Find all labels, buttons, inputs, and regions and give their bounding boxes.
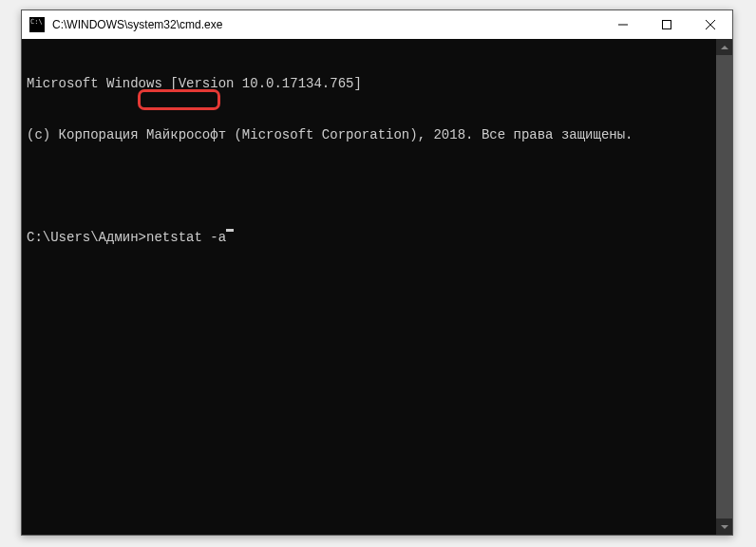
window-controls: [601, 10, 732, 39]
scrollbar-thumb[interactable]: [716, 55, 732, 520]
scroll-up-button[interactable]: [716, 39, 732, 55]
minimize-button[interactable]: [601, 10, 645, 39]
vertical-scrollbar[interactable]: [716, 39, 732, 535]
prompt-text: C:\Users\Админ>: [27, 229, 146, 246]
blank-line: [27, 178, 716, 195]
cursor: [226, 229, 234, 232]
cmd-icon: [29, 17, 45, 32]
copyright-line: (c) Корпорация Майкрософт (Microsoft Cor…: [27, 126, 716, 143]
window-title: C:\WINDOWS\system32\cmd.exe: [52, 18, 601, 31]
command-text: netstat -a: [146, 229, 226, 246]
titlebar[interactable]: C:\WINDOWS\system32\cmd.exe: [22, 10, 732, 39]
version-line: Microsoft Windows [Version 10.0.17134.76…: [27, 75, 716, 92]
prompt-line: C:\Users\Админ>netstat -a: [27, 229, 716, 246]
svg-rect-1: [663, 21, 671, 29]
cmd-window: C:\WINDOWS\system32\cmd.exe Microsoft Wi…: [21, 9, 733, 536]
maximize-button[interactable]: [645, 10, 689, 39]
terminal-area[interactable]: Microsoft Windows [Version 10.0.17134.76…: [22, 39, 716, 535]
scroll-down-button[interactable]: [716, 519, 732, 535]
close-button[interactable]: [689, 10, 732, 39]
